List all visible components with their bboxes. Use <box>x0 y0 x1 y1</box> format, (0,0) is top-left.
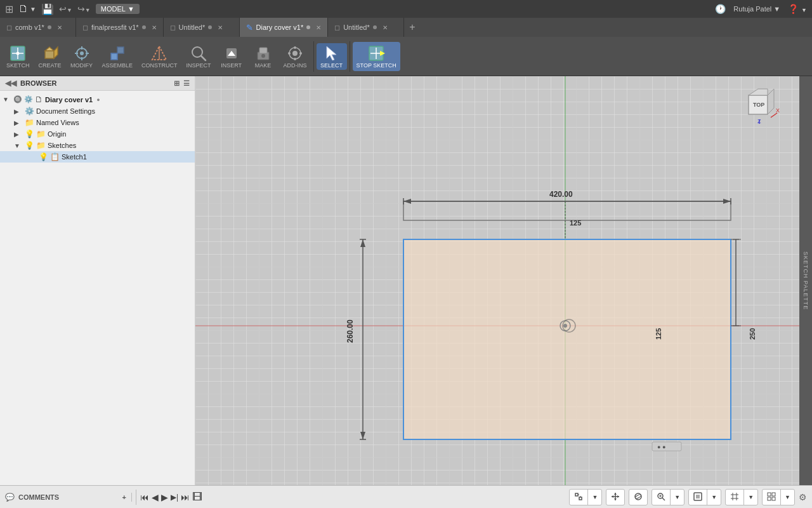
zoom-tool[interactable] <box>652 490 671 505</box>
tab-untitled2-close[interactable]: ✕ <box>383 24 388 31</box>
apps-icon[interactable]: ⊞ <box>5 3 13 15</box>
tree-expand-origin[interactable]: ▶ <box>14 131 23 138</box>
tree-item-sketches[interactable]: ▼ 💡 📁 Sketches <box>0 140 195 151</box>
playback-last[interactable]: ⏭ <box>181 492 190 502</box>
browser-panel: ◀◀ BROWSER ⊞ ☰ ▼ 🔘 ⚙️ 🗋 Diary cover v1 ●… <box>0 76 195 485</box>
undo-button[interactable]: ↩▼ <box>59 4 72 14</box>
toolbar-select[interactable]: SELECT <box>317 43 347 70</box>
fit-dropdown[interactable]: ▼ <box>588 492 601 502</box>
zoom-dropdown[interactable]: ▼ <box>671 492 684 502</box>
layout-dropdown[interactable]: ▼ <box>781 492 794 502</box>
tab-diarycover-dot <box>306 25 310 29</box>
tree-item-sketch1[interactable]: ▶ 💡 📋 Sketch1 <box>0 151 195 163</box>
browser-expand-icon[interactable]: ⊞ <box>174 79 180 88</box>
tree-item-root[interactable]: ▼ 🔘 ⚙️ 🗋 Diary cover v1 ● <box>0 93 195 105</box>
toolbar-inspect[interactable]: INSPECT <box>183 43 215 70</box>
layout-tool[interactable] <box>763 490 781 505</box>
titlebar: ⊞ 🗋 ▼ 💾 ↩▼ ↪▼ MODEL ▼ 🕐 Rutuja Patel ▼ ❓… <box>0 0 812 18</box>
tree-label-root: Diary cover v1 <box>45 96 93 104</box>
toolbar-sketch[interactable]: SKETCH <box>3 43 34 70</box>
browser-collapse-icon[interactable]: ◀◀ <box>5 79 16 88</box>
tree-expand-root[interactable]: ▼ <box>3 96 11 103</box>
help-icon[interactable]: ❓ ▼ <box>788 4 807 14</box>
svg-rect-100 <box>772 493 775 496</box>
pan-tool[interactable] <box>606 490 624 505</box>
bottom-divider <box>136 490 136 505</box>
tab-untitled2-dot <box>373 25 377 29</box>
svg-rect-94 <box>696 495 700 498</box>
nav-tool-group: ▼ <box>569 489 602 505</box>
display-mode-tool[interactable] <box>689 490 707 505</box>
tree-item-origin[interactable]: ▶ 💡 📁 Origin <box>0 128 195 140</box>
tab-finalpressfit[interactable]: ◻ finalpressfit v1* ✕ <box>76 18 164 37</box>
canvas-area[interactable]: 125 125 250 375 500 420.00 260.00 <box>195 76 799 485</box>
tab-diarycover[interactable]: ✎ Diary cover v1* ✕ <box>240 18 329 37</box>
orbit-tool[interactable] <box>629 490 647 505</box>
playback-record[interactable]: 🎞 <box>192 491 202 503</box>
tree-root-bullet: ● <box>96 97 100 103</box>
assemble-icon <box>108 44 126 62</box>
tree-item-named-views[interactable]: ▶ 📁 Named Views <box>0 117 195 128</box>
redo-button[interactable]: ↪▼ <box>77 4 91 14</box>
toolbar-separator2 <box>350 41 350 72</box>
playback-play[interactable]: ▶ <box>161 492 168 502</box>
tab-comb-close[interactable]: ✕ <box>57 24 62 31</box>
stop-sketch-icon <box>367 44 385 62</box>
toolbar-modify[interactable]: MODIFY <box>67 43 97 70</box>
tab-untitled1-close[interactable]: ✕ <box>218 24 223 31</box>
tab-finalpressfit-close[interactable]: ✕ <box>152 24 157 31</box>
tree-expand-sketches[interactable]: ▼ <box>14 142 23 149</box>
svg-text:● ●: ● ● <box>657 444 665 450</box>
toolbar-addins[interactable]: ADD-INS <box>280 43 311 70</box>
orbit-tool-group <box>629 489 648 505</box>
file-menu[interactable]: 🗋 ▼ <box>18 3 36 15</box>
mode-button[interactable]: MODEL ▼ <box>96 4 140 14</box>
addins-icon <box>286 44 304 62</box>
pan-tool-group <box>606 489 625 505</box>
svg-marker-32 <box>327 46 336 60</box>
toolbar-assemble[interactable]: ASSEMBLE <box>98 43 137 70</box>
display-dropdown[interactable]: ▼ <box>707 492 721 502</box>
playback-first[interactable]: ⏮ <box>140 492 149 502</box>
tree-expand-named-views[interactable]: ▶ <box>14 119 23 126</box>
svg-line-90 <box>662 498 665 500</box>
comments-expand[interactable]: + <box>122 493 126 501</box>
svg-marker-85 <box>612 495 613 498</box>
toolbar-insert[interactable]: INSERT <box>216 43 247 70</box>
sketch-palette-handle[interactable]: SKETCH PALETTE <box>799 76 812 485</box>
svg-marker-5 <box>45 47 54 51</box>
bottom-settings-icon[interactable]: ⚙ <box>799 492 807 502</box>
browser-options-icon[interactable]: ☰ <box>183 79 190 88</box>
bottom-bar: 💬 COMMENTS + ⏮ ◀ ▶ ▶| ⏭ 🎞 ▼ <box>0 485 812 508</box>
grid-dropdown[interactable]: ▼ <box>744 492 757 502</box>
comments-section[interactable]: 💬 COMMENTS + <box>5 493 132 502</box>
tab-comb-dot <box>48 25 51 29</box>
playback-prev[interactable]: ◀ <box>152 492 159 502</box>
svg-point-25 <box>261 54 265 58</box>
tree-item-doc-settings[interactable]: ▶ ⚙️ Document Settings <box>0 105 195 117</box>
inspect-icon <box>190 44 207 62</box>
toolbar-stop-sketch[interactable]: STOP SKETCH <box>353 42 400 71</box>
new-tab-button[interactable]: + <box>404 18 420 37</box>
grid-tool[interactable] <box>726 490 744 505</box>
construct-icon <box>150 44 168 62</box>
svg-point-8 <box>80 51 84 55</box>
tree-expand-doc-settings[interactable]: ▶ <box>14 108 23 115</box>
save-button[interactable]: 💾 <box>41 3 54 15</box>
modify-icon <box>73 44 91 62</box>
toolbar-construct[interactable]: CONSTRUCT <box>138 43 181 70</box>
fit-tool[interactable] <box>570 490 588 505</box>
tab-untitled2[interactable]: ◻ Untitled* ✕ <box>328 18 404 37</box>
main-area: ◀◀ BROWSER ⊞ ☰ ▼ 🔘 ⚙️ 🗋 Diary cover v1 ●… <box>0 76 812 485</box>
svg-marker-72 <box>749 89 768 95</box>
layout-tool-group: ▼ <box>762 489 795 505</box>
toolbar-make[interactable]: MAKE <box>248 43 278 70</box>
tab-untitled1[interactable]: ◻ Untitled* ✕ <box>164 18 240 37</box>
tab-comb[interactable]: ◻ comb v1* ✕ <box>0 18 76 37</box>
tree-label-sketches: Sketches <box>48 142 76 149</box>
tab-diarycover-close[interactable]: ✕ <box>316 24 321 31</box>
playback-next[interactable]: ▶| <box>171 493 178 502</box>
toolbar-create[interactable]: CREATE <box>35 43 65 70</box>
user-label[interactable]: Rutuja Patel ▼ <box>733 5 780 13</box>
titlebar-right: 🕐 Rutuja Patel ▼ ❓ ▼ <box>715 4 807 14</box>
